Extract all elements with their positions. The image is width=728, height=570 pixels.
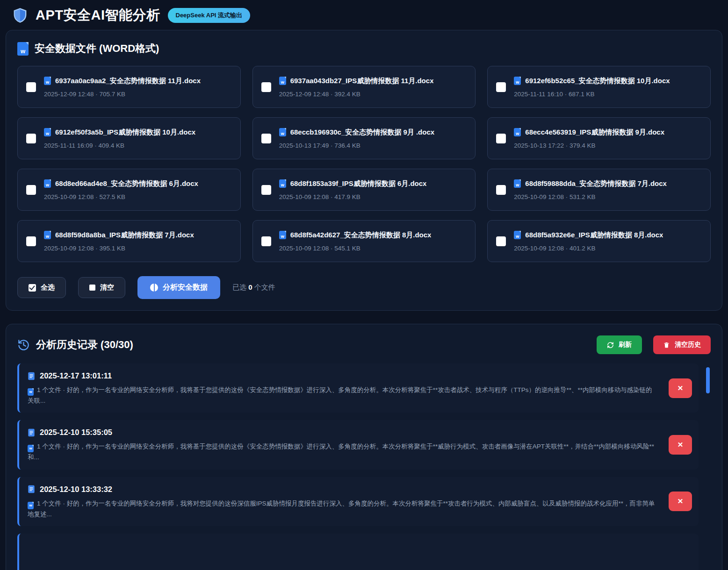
file-name: 68d8f1853a39f_IPS威胁情报数据 6月.docx bbox=[290, 179, 427, 188]
selected-count: 0 bbox=[248, 283, 252, 291]
word-file-icon: w bbox=[279, 128, 286, 136]
file-card[interactable]: w 68d8ed66ad4e8_安全态势情报数据 6月.docx 2025-10… bbox=[17, 169, 241, 211]
analyze-label: 分析安全数据 bbox=[163, 283, 208, 292]
file-meta: 2025-10-09 12:08 · 531.2 KB bbox=[514, 193, 667, 200]
document-icon bbox=[28, 485, 35, 493]
word-file-icon: w bbox=[279, 77, 286, 85]
history-item[interactable]: 2025-12-17 13:01:11 w1 个文件 · 好的，作为一名专业的网… bbox=[17, 363, 699, 413]
history-panel: 分析历史记录 (30/30) 刷新 清空历 bbox=[6, 324, 722, 570]
delete-history-item-button[interactable]: ✕ bbox=[669, 492, 692, 511]
file-checkbox[interactable] bbox=[261, 134, 271, 143]
history-item[interactable] bbox=[17, 534, 699, 570]
file-checkbox[interactable] bbox=[261, 185, 271, 195]
select-all-button[interactable]: 全选 bbox=[17, 277, 66, 298]
file-checkbox[interactable] bbox=[26, 82, 36, 92]
file-card[interactable]: w 68d8f5a42d627_安全态势情报数据 8月.docx 2025-10… bbox=[252, 220, 476, 262]
file-name: 6937aa043db27_IPS威胁情报数据 11月.docx bbox=[290, 77, 434, 86]
file-meta: 2025-10-13 17:49 · 736.4 KB bbox=[279, 142, 434, 149]
file-grid: w 6937aa0ac9aa2_安全态势情报数据 11月.docx 2025-1… bbox=[17, 66, 711, 262]
word-file-icon: w bbox=[28, 445, 34, 452]
word-file-icon: w bbox=[28, 388, 34, 396]
file-checkbox[interactable] bbox=[496, 236, 506, 246]
file-card[interactable]: w 68d8f1853a39f_IPS威胁情报数据 6月.docx 2025-1… bbox=[252, 169, 476, 211]
checkbox-checked-icon bbox=[29, 284, 36, 292]
file-checkbox[interactable] bbox=[26, 236, 36, 246]
word-file-icon: w bbox=[279, 231, 286, 239]
file-name: 68d8f59888dda_安全态势情报数据 7月.docx bbox=[525, 179, 667, 188]
selected-files-status: 已选 0 个文件 bbox=[232, 283, 275, 292]
file-checkbox[interactable] bbox=[496, 185, 506, 195]
file-checkbox[interactable] bbox=[26, 134, 36, 143]
file-name: 68d8f5a932e6e_IPS威胁情报数据 8月.docx bbox=[525, 231, 663, 240]
history-item[interactable]: 2025-12-10 13:33:32 w1 个文件 · 好的，作为一名专业的网… bbox=[17, 477, 699, 526]
file-checkbox[interactable] bbox=[496, 82, 506, 92]
delete-history-item-button[interactable]: ✕ bbox=[669, 378, 692, 398]
history-preview: w1 个文件 · 好的，作为一名专业的网络安全分析师，我将基于您提供的这份《安全… bbox=[28, 385, 656, 406]
history-item[interactable]: 2025-12-10 15:35:05 w1 个文件 · 好的，作为一名专业的网… bbox=[17, 420, 699, 469]
word-file-icon: w bbox=[28, 502, 34, 509]
analyze-button[interactable]: 分析安全数据 bbox=[137, 276, 220, 299]
file-checkbox[interactable] bbox=[26, 185, 36, 195]
shield-icon bbox=[12, 7, 28, 23]
word-file-icon: w bbox=[514, 77, 521, 85]
file-meta: 2025-10-09 12:08 · 417.9 KB bbox=[279, 193, 427, 200]
file-name: 68d8f5a42d627_安全态势情报数据 8月.docx bbox=[290, 231, 432, 240]
word-file-icon: w bbox=[17, 42, 29, 56]
file-card[interactable]: w 68ecc4e563919_IPS威胁情报数据 9月.docx 2025-1… bbox=[487, 117, 711, 159]
file-name: 68ecc4e563919_IPS威胁情报数据 9月.docx bbox=[525, 128, 664, 137]
word-file-icon: w bbox=[44, 128, 51, 136]
file-card[interactable]: w 68d8f59d8a8ba_IPS威胁情报数据 7月.docx 2025-1… bbox=[17, 220, 241, 262]
word-file-icon: w bbox=[514, 128, 521, 136]
refresh-icon bbox=[607, 342, 614, 349]
clear-selection-label: 清空 bbox=[100, 283, 114, 292]
clear-selection-button[interactable]: 清空 bbox=[78, 277, 125, 298]
file-card[interactable]: w 6937aa0ac9aa2_安全态势情报数据 11月.docx 2025-1… bbox=[17, 66, 241, 108]
document-icon bbox=[28, 372, 35, 380]
file-checkbox[interactable] bbox=[496, 134, 506, 143]
select-all-label: 全选 bbox=[41, 283, 55, 292]
file-meta: 2025-10-09 12:08 · 401.2 KB bbox=[514, 245, 663, 252]
file-meta: 2025-12-09 12:48 · 705.7 KB bbox=[44, 91, 201, 98]
history-icon bbox=[17, 339, 30, 351]
file-meta: 2025-10-09 12:08 · 527.5 KB bbox=[44, 193, 198, 200]
history-preview: w1 个文件 · 好的，作为一名专业的网络安全分析师，我将基于您提供的这份《安全… bbox=[28, 442, 656, 462]
history-list: 2025-12-17 13:01:11 w1 个文件 · 好的，作为一名专业的网… bbox=[17, 363, 711, 570]
file-name: 68d8f59d8a8ba_IPS威胁情报数据 7月.docx bbox=[55, 231, 194, 240]
refresh-button[interactable]: 刷新 bbox=[597, 335, 642, 354]
file-card[interactable]: w 6937aa043db27_IPS威胁情报数据 11月.docx 2025-… bbox=[252, 66, 476, 108]
word-file-icon: w bbox=[279, 179, 286, 188]
history-scrollbar-thumb[interactable] bbox=[706, 367, 710, 393]
files-panel-title: 安全数据文件 (WORD格式) bbox=[35, 42, 159, 56]
file-meta: 2025-11-11 16:10 · 687.1 KB bbox=[514, 91, 670, 98]
refresh-label: 刷新 bbox=[619, 341, 632, 349]
file-card[interactable]: w 68d8f5a932e6e_IPS威胁情报数据 8月.docx 2025-1… bbox=[487, 220, 711, 262]
analyze-icon bbox=[150, 284, 158, 292]
file-meta: 2025-10-13 17:22 · 379.4 KB bbox=[514, 142, 664, 149]
page-title: APT安全AI智能分析 bbox=[36, 6, 160, 25]
file-card[interactable]: w 68d8f59888dda_安全态势情报数据 7月.docx 2025-10… bbox=[487, 169, 711, 211]
history-timestamp: 2025-12-10 13:33:32 bbox=[40, 485, 112, 494]
file-name: 6937aa0ac9aa2_安全态势情报数据 11月.docx bbox=[55, 77, 201, 86]
file-checkbox[interactable] bbox=[261, 82, 271, 92]
word-file-icon: w bbox=[44, 179, 51, 188]
file-name: 6912ef50f3a5b_IPS威胁情报数据 10月.docx bbox=[55, 128, 195, 137]
word-file-icon: w bbox=[514, 179, 521, 188]
file-card[interactable]: w 68eccb196930c_安全态势情报数据 9月 .docx 2025-1… bbox=[252, 117, 476, 159]
square-icon bbox=[89, 285, 95, 291]
history-timestamp: 2025-12-10 15:35:05 bbox=[40, 428, 112, 437]
file-card[interactable]: w 6912ef50f3a5b_IPS威胁情报数据 10月.docx 2025-… bbox=[17, 117, 241, 159]
file-card[interactable]: w 6912ef6b52c65_安全态势情报数据 10月.docx 2025-1… bbox=[487, 66, 711, 108]
file-name: 68d8ed66ad4e8_安全态势情报数据 6月.docx bbox=[55, 179, 198, 188]
document-icon bbox=[28, 428, 35, 437]
clear-history-button[interactable]: 清空历史 bbox=[653, 335, 711, 354]
files-panel: w 安全数据文件 (WORD格式) w 6937aa0ac9aa2_安全态势情报… bbox=[6, 30, 722, 311]
trash-icon bbox=[663, 342, 670, 349]
clear-history-label: 清空历史 bbox=[675, 341, 701, 349]
file-checkbox[interactable] bbox=[261, 236, 271, 246]
file-meta: 2025-10-09 12:08 · 395.1 KB bbox=[44, 245, 194, 252]
delete-history-item-button[interactable]: ✕ bbox=[669, 435, 692, 455]
word-file-icon: w bbox=[44, 231, 51, 239]
api-badge: DeepSeek API 流式输出 bbox=[168, 8, 251, 23]
file-name: 68eccb196930c_安全态势情报数据 9月 .docx bbox=[290, 128, 434, 137]
history-timestamp: 2025-12-17 13:01:11 bbox=[40, 371, 112, 380]
